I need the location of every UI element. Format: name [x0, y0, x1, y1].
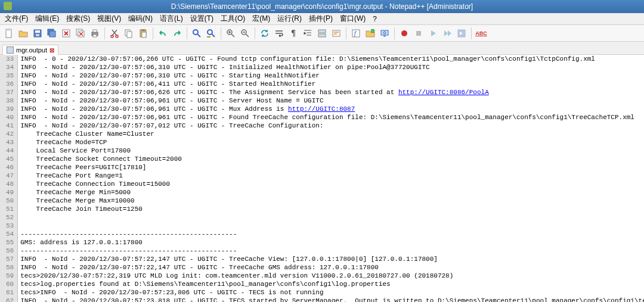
code-line[interactable]: INFO - NoId - 2020/12/30-07:57:23,818 UT…	[20, 297, 644, 302]
tab-close-icon[interactable]: ⊠	[49, 47, 54, 54]
menu-help[interactable]: ?	[369, 14, 380, 24]
undo-icon[interactable]	[156, 27, 169, 40]
line-number-gutter: 3334353637383940414243444546474849505152…	[0, 55, 18, 302]
macro-stop-icon[interactable]	[412, 27, 425, 40]
closeall-icon[interactable]	[74, 27, 87, 40]
code-line[interactable]: TreeCache Port Range=1	[20, 172, 644, 180]
menu-window[interactable]: 窗口(W)	[336, 13, 369, 25]
macro-playmulti-icon[interactable]	[441, 27, 454, 40]
code-line[interactable]: TreeCache Mode=TCP	[20, 138, 644, 147]
close-icon[interactable]	[60, 27, 73, 40]
print-icon[interactable]	[88, 27, 101, 40]
sync-icon[interactable]	[258, 27, 271, 40]
menu-language[interactable]: 语言(L)	[156, 13, 187, 25]
code-line[interactable]: INFO - NoId - 2020/12/30-07:57:06,411 UT…	[20, 80, 644, 88]
indent-icon[interactable]	[301, 27, 314, 40]
code-line[interactable]: INFO - NoId - 2020/12/30-07:57:06,961 UT…	[20, 96, 644, 105]
wordwrap-icon[interactable]	[273, 27, 286, 40]
code-line[interactable]: INFO - NoId - 2020/12/30-07:57:06,310 UT…	[20, 71, 644, 80]
code-line[interactable]: INFO - 0 - 2020/12/30-07:57:06,266 UTC -…	[20, 55, 644, 63]
redo-icon[interactable]	[171, 27, 184, 40]
userlang-icon[interactable]	[330, 27, 343, 40]
svg-rect-18	[141, 29, 145, 31]
code-line[interactable]: INFO - NoId - 2020/12/30-07:57:22,147 UT…	[20, 263, 644, 272]
svg-rect-3	[35, 30, 40, 33]
code-line[interactable]: ----------------------------------------…	[20, 247, 644, 255]
code-line[interactable]: INFO - NoId - 2020/12/30-07:57:06,626 UT…	[20, 88, 644, 96]
copy-icon[interactable]	[122, 27, 135, 40]
svg-rect-4	[36, 34, 39, 36]
code-line[interactable]: TreeCache Peers=UGITC[17810]	[20, 163, 644, 172]
code-line[interactable]: TreeCache Socket Connect Timeout=2000	[20, 155, 644, 163]
macro-rec-icon[interactable]	[398, 27, 411, 40]
new-icon[interactable]	[2, 27, 16, 40]
code-line[interactable]: TreeCache Cluster Name=Cluster	[20, 130, 644, 138]
line-number: 34	[6, 63, 14, 71]
macro-play-icon[interactable]	[426, 27, 439, 40]
menu-encoding[interactable]: 编码(N)	[125, 13, 156, 25]
monitor-icon[interactable]	[378, 27, 391, 40]
separator	[394, 27, 395, 39]
code-line[interactable]: TreeCache Merge Max=10000	[20, 197, 644, 205]
saveall-icon[interactable]	[45, 27, 58, 40]
svg-rect-24	[318, 30, 326, 33]
replace-icon[interactable]	[205, 27, 218, 40]
menu-run[interactable]: 运行(R)	[274, 13, 305, 25]
menu-macro[interactable]: 宏(M)	[249, 13, 274, 25]
code-line[interactable]: ----------------------------------------…	[20, 230, 644, 238]
svg-rect-1	[6, 29, 11, 31]
code-line[interactable]: TreeCache Join Timeout=1250	[20, 205, 644, 213]
menu-file[interactable]: 文件(F)	[1, 13, 32, 25]
code-line[interactable]: INFO - NoId - 2020/12/30-07:57:06,961 UT…	[20, 105, 644, 113]
zoomin-icon[interactable]	[224, 27, 237, 40]
code-line[interactable]: TreeCache Merge Min=5000	[20, 188, 644, 197]
menu-view[interactable]: 视图(V)	[94, 13, 125, 25]
code-line[interactable]: INFO - NoId - 2020/12/30-07:57:07,012 UT…	[20, 122, 644, 130]
code-line[interactable]: INFO - NoId - 2020/12/30-07:57:06,961 UT…	[20, 113, 644, 122]
url-link[interactable]: http://UGITC:8086/PoolA	[398, 89, 489, 96]
save-icon[interactable]	[31, 27, 44, 40]
funclist-icon[interactable]: ƒ	[349, 27, 363, 40]
code-line[interactable]: Local Service Port=17800	[20, 147, 644, 155]
hidden-chars-icon[interactable]: ¶	[287, 27, 300, 40]
menu-edit[interactable]: 编辑(E)	[32, 13, 63, 25]
code-line[interactable]: tecs>2020/12/30-07:57:22,319 UTC MLD Log…	[20, 272, 644, 280]
tab-mgr-output[interactable]: mgr.output ⊠	[2, 45, 58, 55]
fold-icon[interactable]	[315, 27, 329, 40]
macro-save-icon[interactable]	[455, 27, 468, 40]
zoomout-icon[interactable]	[239, 27, 252, 40]
code-area[interactable]: INFO - 0 - 2020/12/30-07:57:06,266 UTC -…	[18, 55, 644, 302]
line-number: 42	[6, 130, 14, 138]
find-icon[interactable]	[190, 27, 203, 40]
separator	[153, 27, 153, 39]
line-number: 38	[6, 96, 14, 105]
tab-bar: mgr.output ⊠	[0, 42, 644, 55]
folder-icon[interactable]	[364, 27, 377, 40]
code-line[interactable]	[20, 222, 644, 230]
cut-icon[interactable]	[108, 27, 121, 40]
editor[interactable]: 3334353637383940414243444546474849505152…	[0, 55, 644, 302]
code-line[interactable]: GMS: address is 127.0.0.1:17800	[20, 238, 644, 247]
menu-tools[interactable]: 工具(O)	[217, 13, 249, 25]
code-line[interactable]: TreeCache Connection Timeout=15000	[20, 180, 644, 188]
code-line[interactable]	[20, 213, 644, 222]
spellcheck-icon[interactable]: ABC	[475, 27, 488, 40]
url-link[interactable]: http://UGITC:8087	[288, 105, 355, 113]
code-line[interactable]: tecs>INFO - NoId - 2020/12/30-07:57:23,8…	[20, 288, 644, 297]
menu-settings[interactable]: 设置(T)	[187, 13, 217, 25]
line-number: 56	[6, 247, 14, 255]
menu-bar: 文件(F) 编辑(E) 搜索(S) 视图(V) 编码(N) 语言(L) 设置(T…	[0, 13, 644, 25]
svg-rect-26	[333, 30, 340, 36]
window-title: D:\Siemens\Teamcenter11\pool_manager\con…	[171, 2, 473, 11]
code-line[interactable]: INFO - NoId - 2020/12/30-07:57:06,310 UT…	[20, 63, 644, 71]
line-number: 33	[6, 55, 14, 63]
open-icon[interactable]	[17, 27, 30, 40]
code-line[interactable]: tecs>log.properties found at D:\Siemens\…	[20, 280, 644, 288]
code-line[interactable]: INFO - NoId - 2020/12/30-07:57:22,147 UT…	[20, 255, 644, 263]
menu-search[interactable]: 搜索(S)	[63, 13, 94, 25]
paste-icon[interactable]	[137, 27, 150, 40]
menu-plugins[interactable]: 插件(P)	[305, 13, 336, 25]
svg-rect-19	[142, 32, 146, 38]
line-number: 39	[6, 105, 14, 113]
line-number: 50	[6, 197, 14, 205]
